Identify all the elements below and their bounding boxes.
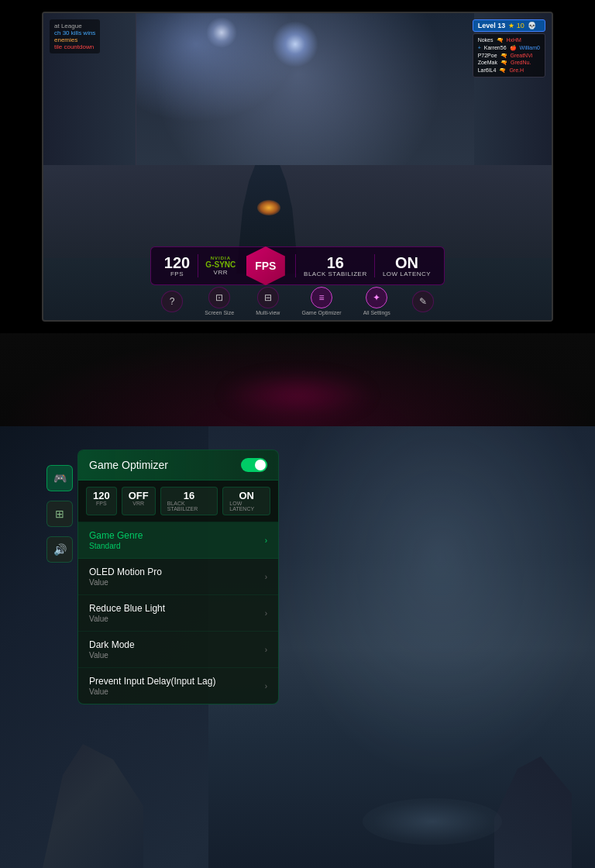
pill-vrr-lbl: VRR [132,501,144,506]
hud-level: Level 13 [478,22,506,29]
toolbar-multi-view[interactable]: ⊟ Multi-view [256,287,280,315]
player-row-3: P72Poe 🔫 GreatNVi [478,52,540,60]
game-toolbar: ? ⊡ Screen Size ⊟ Multi-view ≡ Game Opti… [150,287,445,315]
input-delay-name: Prevent Input Delay(Input Lag) [89,676,215,687]
gsync-stat: NVIDIA G-SYNC VRR [205,256,236,276]
spotlight2 [206,17,237,48]
fps-label: FPS [170,270,184,277]
sidebar-gamepad-icon[interactable]: 🎮 [46,465,73,491]
hud-countdown: tile countdown [54,43,95,50]
sidebar-grid-icon[interactable]: ⊞ [46,501,73,527]
all-settings-label: All Settings [363,310,390,315]
toggle-knob [255,460,266,470]
top-section: at League ch 30 kills wins enemies tile … [0,0,595,333]
score-strip: 120 FPS NVIDIA G-SYNC VRR FPS 16 Black S… [150,246,445,285]
hud-top-left: at League ch 30 kills wins enemies tile … [50,19,100,53]
menu-item-dark-mode-left: Dark Mode Value [89,639,135,660]
help-icon[interactable]: ? [161,291,183,312]
menu-item-reduce-blue-light[interactable]: Reduce Blue Light Value › [78,595,278,632]
player-row-2: + Karren56 🍎 William0 [478,44,540,52]
hud-score: ch 30 kills wins [54,29,95,36]
sidebar-volume-icon[interactable]: 🔊 [46,536,73,563]
menu-item-input-delay-left: Prevent Input Delay(Input Lag) Value [89,676,215,696]
panel-title: Game Optimizer [89,459,168,471]
hud-level-bar: Level 13 ★ 10 💀 [473,19,545,32]
menu-item-oled-motion[interactable]: OLED Motion Pro Value › [78,559,278,595]
input-delay-chevron: › [265,682,267,691]
oled-motion-name: OLED Motion Pro [89,567,162,577]
toolbar-edit[interactable]: ✎ [412,291,434,312]
hud-enemies: enemies [54,36,95,43]
pill-bs-val: 16 [184,491,194,501]
spotlight1 [272,21,318,67]
menu-item-game-genre[interactable]: Game Genre Standard › [78,522,278,559]
pill-lat-val: ON [239,491,254,501]
hud-stars: ★ 10 [508,22,524,29]
input-delay-value: Value [89,687,215,696]
fps-badge-text: FPS [255,260,276,271]
ground-circle [363,798,502,845]
game-optimizer-icon[interactable]: ≡ [311,287,332,308]
glow-orb [220,372,375,418]
low-latency-stat: ON Low Latency [383,255,431,277]
reduce-blue-light-name: Reduce Blue Light [89,603,165,614]
dark-mode-name: Dark Mode [89,639,135,650]
fps-badge: FPS [246,246,285,285]
gsync-label: G-SYNC [205,260,236,269]
pill-fps-val: 120 [93,491,110,501]
screen-size-icon[interactable]: ⊡ [208,287,230,308]
dark-mode-chevron: › [265,646,267,654]
menu-item-oled-motion-left: OLED Motion Pro Value [89,567,162,587]
vrr-label: VRR [214,269,228,276]
stats-row: 120 FPS OFF VRR 16 Black Stabilizer ON L… [78,480,278,522]
stat-black-stab: 16 Black Stabilizer [160,487,218,515]
oled-motion-chevron: › [265,573,267,581]
game-genre-value: Standard [89,542,143,550]
bottom-section: 🎮 ⊞ 🔊 Game Optimizer 120 FPS OFF VRR 16 … [0,426,595,868]
pill-lat-lbl: Low Latency [229,501,263,512]
pill-fps-lbl: FPS [96,501,107,506]
fps-value: 120 [164,255,190,270]
game-genre-name: Game Genre [89,530,143,541]
game-genre-chevron: › [265,536,267,545]
toolbar-game-optimizer[interactable]: ≡ Game Optimizer [302,287,342,315]
reduce-blue-light-chevron: › [265,609,267,618]
stat-latency: ON Low Latency [222,487,270,515]
hud-match-title: at League [54,22,95,29]
low-latency-value: ON [395,255,418,270]
ground [43,165,552,258]
middle-section [0,333,595,426]
player-row-4: ZoeMak 🔫 GredNu. [478,59,540,67]
black-stabilizer-label: Black Stabilizer [304,270,367,277]
panel-header: Game Optimizer [78,450,278,480]
reduce-blue-light-value: Value [89,615,165,623]
hud-skull: 💀 [528,22,536,29]
stat-vrr: OFF VRR [122,487,156,515]
all-settings-icon[interactable]: ✦ [366,287,387,308]
screen-size-label: Screen Size [205,310,234,315]
menu-item-input-delay[interactable]: Prevent Input Delay(Input Lag) Value › [78,668,278,704]
menu-item-reduce-blue-left: Reduce Blue Light Value [89,603,165,623]
hud-players: Nokes 🔫 HxHM + Karren56 🍎 William0 P72Po… [473,33,545,78]
fps-stat: 120 FPS [164,255,190,277]
menu-item-dark-mode[interactable]: Dark Mode Value › [78,632,278,668]
player-row-5: Lar6IL4 🔫 Gre.H [478,67,540,74]
divider-3 [374,254,375,277]
edit-icon[interactable]: ✎ [412,291,434,312]
player-row-1: Nokes 🔫 HxHM [478,36,540,44]
optimizer-panel: Game Optimizer 120 FPS OFF VRR 16 Black … [77,450,279,704]
oled-motion-value: Value [89,578,162,587]
menu-item-game-genre-left: Game Genre Standard [89,530,143,550]
game-optimizer-label: Game Optimizer [302,310,342,315]
toolbar-help[interactable]: ? [161,291,183,312]
panel-toggle[interactable] [241,458,267,472]
stat-fps: 120 FPS [86,487,117,515]
pill-vrr-val: OFF [129,491,149,501]
toolbar-screen-size[interactable]: ⊡ Screen Size [205,287,234,315]
black-stabilizer-stat: 16 Black Stabilizer [304,255,367,277]
sidebar-icons: 🎮 ⊞ 🔊 [46,465,73,563]
toolbar-all-settings[interactable]: ✦ All Settings [363,287,390,315]
low-latency-label: Low Latency [383,270,431,277]
game-screen: at League ch 30 kills wins enemies tile … [42,12,553,322]
multi-view-icon[interactable]: ⊟ [257,287,279,308]
